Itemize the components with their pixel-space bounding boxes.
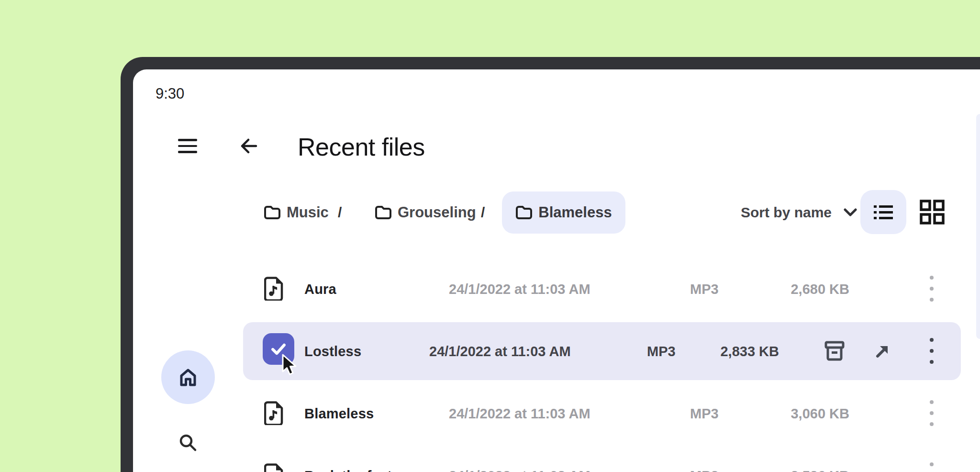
file-row[interactable]: Aura 24/1/2022 at 11:03 AM MP3 2,680 KB [0,258,980,320]
open-file-icon[interactable] [869,338,896,365]
file-modified-date: 24/1/2022 at 11:03 AM [449,281,590,297]
more-options-icon[interactable] [924,336,940,366]
file-type: MP3 [647,344,676,360]
offscreen-panel-edge [976,114,980,339]
file-size: 2,833 KB [676,344,779,360]
file-type: MP3 [690,468,719,472]
list-view-toggle-active[interactable] [860,190,906,234]
audio-file-icon [264,463,283,472]
home-icon [177,366,199,388]
nav-home-button[interactable] [161,350,215,404]
more-options-icon[interactable] [924,273,940,304]
audio-file-icon [264,401,283,425]
breadcrumb-separator: / [338,192,342,233]
breadcrumb-label: Music [287,204,329,221]
breadcrumb-label: Blameless [538,204,612,221]
file-size: 3,526 KB [746,468,849,472]
file-size: 2,680 KB [746,281,849,297]
breadcrumb-grouseling[interactable]: Grouseling [375,192,476,233]
app-window: 9:30 Recent files Music / Grouseling / B… [0,0,980,472]
file-row[interactable]: Back the fast 24/1/2022 at 11:03 AM MP3 … [0,444,980,472]
file-name: Aura [304,281,336,297]
breadcrumb-music[interactable]: Music [264,192,329,233]
back-button[interactable] [238,136,258,156]
file-type: MP3 [690,406,719,422]
breadcrumb-separator: / [481,192,485,233]
audio-file-icon [264,277,283,301]
folder-icon [515,205,533,220]
file-name: Blameless [304,406,374,422]
grid-view-icon [919,199,945,225]
status-bar-clock: 9:30 [156,85,184,102]
file-modified-date: 24/1/2022 at 11:03 AM [449,406,590,422]
grid-view-toggle[interactable] [919,199,946,225]
more-options-icon[interactable] [924,460,940,472]
nav-search-button[interactable] [176,431,200,455]
file-row[interactable]: Lostless 24/1/2022 at 11:03 AM MP3 2,833… [0,320,980,382]
breadcrumb-label: Grouseling [398,204,476,221]
search-icon [177,432,199,454]
file-modified-date: 24/1/2022 at 11:03 AM [429,344,571,360]
breadcrumb-blameless-current[interactable]: Blameless [502,191,625,234]
page-title: Recent files [298,133,425,161]
more-options-icon[interactable] [924,398,940,428]
selected-checkbox[interactable] [263,333,294,365]
file-size: 3,060 KB [746,406,849,422]
chevron-down-icon [843,208,858,217]
sort-menu-button[interactable]: Sort by name [741,192,858,233]
file-row[interactable]: Blameless 24/1/2022 at 11:03 AM MP3 3,06… [0,382,980,444]
file-type: MP3 [690,281,719,297]
folder-icon [375,205,392,220]
archive-icon[interactable] [821,338,848,365]
folder-icon [264,205,281,220]
file-modified-date: 24/1/2022 at 11:03 AM [449,468,590,472]
list-view-icon [872,201,895,223]
sort-label: Sort by name [741,204,832,221]
menu-icon[interactable] [178,139,197,153]
file-name: Back the fast [304,468,392,472]
back-arrow-icon [238,136,258,156]
file-name: Lostless [304,344,361,360]
